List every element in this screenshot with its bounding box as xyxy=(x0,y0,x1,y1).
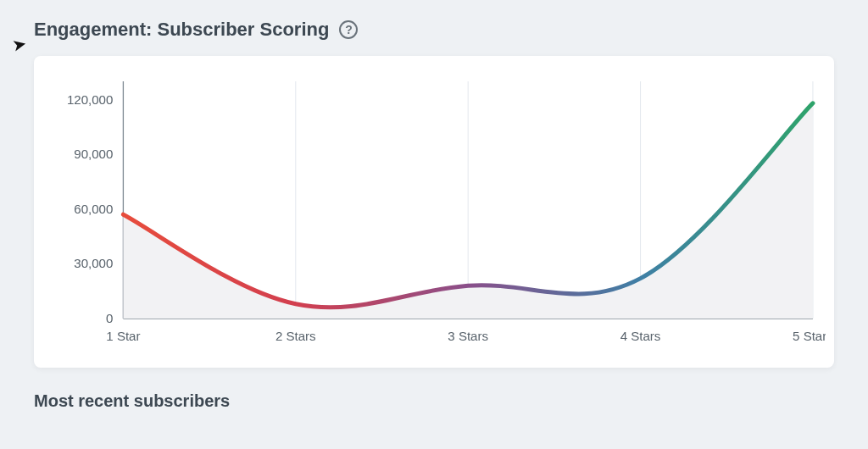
help-icon[interactable]: ? xyxy=(339,20,358,39)
cursor-icon: ➤ xyxy=(10,32,29,55)
x-tick-label: 5 Stars xyxy=(793,329,826,343)
x-tick-label: 2 Stars xyxy=(275,329,316,343)
section-header: ➤ Engagement: Subscriber Scoring ? xyxy=(34,19,834,41)
x-tick-label: 4 Stars xyxy=(620,329,661,343)
y-tick-label: 30,000 xyxy=(74,256,113,270)
x-tick-label: 1 Star xyxy=(106,329,140,343)
page-root: ➤ Engagement: Subscriber Scoring ? xyxy=(0,0,868,419)
y-tick-label: 60,000 xyxy=(74,202,113,216)
y-tick-label: 120,000 xyxy=(67,92,113,107)
y-tick-label: 0 xyxy=(106,311,113,325)
section-title: Engagement: Subscriber Scoring xyxy=(34,19,329,41)
engagement-chart: 030,00060,00090,000120,000 1 Star2 Stars… xyxy=(42,73,826,352)
section2-title: Most recent subscribers xyxy=(34,391,834,411)
y-tick-label: 90,000 xyxy=(74,147,113,161)
chart-card: 030,00060,00090,000120,000 1 Star2 Stars… xyxy=(34,56,834,368)
x-tick-label: 3 Stars xyxy=(448,329,488,343)
